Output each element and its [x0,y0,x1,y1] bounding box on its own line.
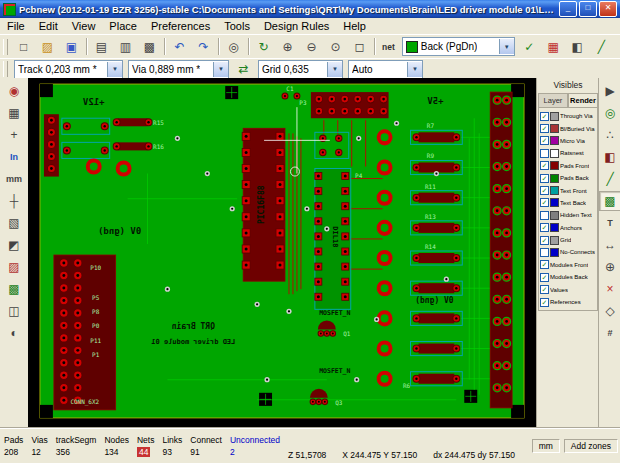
ratsnest-icon[interactable]: ▧ [3,213,25,233]
color-swatch[interactable] [550,211,559,220]
visibility-checkbox[interactable]: ✓ [540,112,549,121]
chevron-down-icon[interactable]: ▼ [213,62,228,77]
zoom-out-icon[interactable]: ⊖ [300,36,323,57]
save-board-icon[interactable]: ▣ [60,36,83,57]
offset-origin-icon[interactable]: ◇ [599,301,620,321]
menu-help[interactable]: Help [336,19,373,33]
read-netlist-icon[interactable]: net [378,37,399,56]
outline-mode-icon[interactable]: ◫ [3,301,25,321]
redo-icon[interactable]: ↷ [192,36,215,57]
zoom-select-icon[interactable]: ◻ [348,36,371,57]
color-swatch[interactable] [550,124,559,133]
cursor-tool-icon[interactable]: ▶ [599,81,620,101]
color-swatch[interactable] [550,223,559,232]
open-board-icon[interactable]: ▨ [36,36,59,57]
add-zone-icon[interactable]: ▩ [599,191,620,211]
maximize-button[interactable]: □ [579,1,597,17]
color-swatch[interactable] [550,186,559,195]
color-swatch[interactable] [550,112,559,121]
color-swatch[interactable] [550,149,559,158]
menu-place[interactable]: Place [102,19,144,33]
pcbnew-window: Pcbnew (2012-01-19 BZR 3256)-stable C:\D… [0,0,620,463]
grid-size-selector[interactable]: Grid 0,635 ▼ [258,60,343,79]
color-swatch[interactable] [550,136,559,145]
color-swatch[interactable] [550,248,559,257]
visibility-checkbox[interactable]: ✓ [540,136,549,145]
add-track-icon[interactable]: ╱ [599,169,620,189]
chevron-down-icon[interactable]: ▼ [499,39,514,54]
menu-view[interactable]: View [65,19,103,33]
auto-track-width-icon[interactable]: ⇄ [232,59,255,80]
undo-icon[interactable]: ↶ [168,36,191,57]
visibility-checkbox[interactable]: ✓ [540,236,549,245]
add-dimension-icon[interactable]: ↔ [599,235,620,255]
close-button[interactable]: ✕ [599,1,617,17]
via-size-selector[interactable]: Via 0,889 mm * ▼ [128,60,229,79]
polar-coords-icon[interactable]: + [3,125,25,145]
units-mm-icon[interactable]: mm [3,169,25,189]
contrast-mode-icon[interactable]: ◐ [3,323,25,343]
visibility-checkbox[interactable]: ✓ [540,174,549,183]
new-board-icon[interactable]: □ [12,36,35,57]
menu-tools[interactable]: Tools [217,19,257,33]
tab-render[interactable]: Render [568,93,598,107]
visibility-checkbox[interactable]: ✓ [540,124,549,133]
visibility-checkbox[interactable]: ✓ [540,223,549,232]
cursor-shape-icon[interactable]: ┼ [3,191,25,211]
visibility-checkbox[interactable]: ✓ [540,285,549,294]
pcb-text-label: 0V (gnd) [415,296,453,305]
visibility-checkbox[interactable]: ✓ [540,260,549,269]
visibility-checkbox[interactable]: ✓ [540,186,549,195]
units-inch-icon[interactable]: In [3,147,25,167]
zones-hide-icon[interactable]: ▩ [3,279,25,299]
module-ratsnest-icon[interactable]: ◩ [3,235,25,255]
highlight-net-icon[interactable]: ◎ [599,103,620,123]
visibility-checkbox[interactable] [540,149,549,158]
grid-origin-icon[interactable]: # [599,323,620,343]
print-icon[interactable]: ▥ [114,36,137,57]
sheet-settings-icon[interactable]: ▤ [90,36,113,57]
drc-off-icon[interactable]: ◉ [3,81,25,101]
local-ratsnest-icon[interactable]: ∴ [599,125,620,145]
tab-layer[interactable]: Layer [538,93,568,107]
color-swatch[interactable] [550,161,559,170]
visibility-checkbox[interactable] [540,248,549,257]
find-icon[interactable]: ◎ [222,36,245,57]
chevron-down-icon[interactable]: ▼ [327,62,342,77]
redraw-icon[interactable]: ↻ [252,36,275,57]
grid-toggle-icon[interactable]: ▦ [3,103,25,123]
menu-file[interactable]: File [0,19,32,33]
visibility-checkbox[interactable] [540,211,549,220]
track-autodel-icon[interactable]: ▨ [3,257,25,277]
add-text-icon[interactable]: T [599,213,620,233]
zoom-selector[interactable]: Auto ▼ [348,60,423,79]
color-swatch[interactable] [550,236,559,245]
menu-design-rules[interactable]: Design Rules [257,19,336,33]
visibility-checkbox[interactable]: ✓ [540,273,549,282]
render-item-label: Through Via [560,113,593,119]
layer-manager-icon[interactable]: ▦ [542,36,565,57]
add-target-icon[interactable]: ⊕ [599,257,620,277]
delete-icon[interactable]: × [599,279,620,299]
track-width-selector[interactable]: Track 0,203 mm * ▼ [14,60,123,79]
track-mode-icon[interactable]: ╱ [590,36,613,57]
footprint-mode-icon[interactable]: ◧ [566,36,589,57]
layer-selector[interactable]: Back (PgDn) ▼ [402,37,515,56]
zoom-in-icon[interactable]: ⊕ [276,36,299,57]
menu-edit[interactable]: Edit [32,19,65,33]
zoom-auto-icon[interactable]: ⊙ [324,36,347,57]
minimize-button[interactable]: _ [559,1,577,17]
chevron-down-icon[interactable]: ▼ [107,62,122,77]
color-swatch[interactable] [550,174,559,183]
chevron-down-icon[interactable]: ▼ [407,62,422,77]
add-module-icon[interactable]: ◧ [599,147,620,167]
menu-preferences[interactable]: Preferences [144,19,217,33]
visibility-checkbox[interactable]: ✓ [540,298,549,307]
window-title: Pcbnew (2012-01-19 BZR 3256)-stable C:\D… [19,4,556,15]
visibility-checkbox[interactable]: ✓ [540,198,549,207]
pcb-canvas[interactable]: +12V+5V0V (gnd)0V (gnd)QRT BrainLED driv… [28,78,536,427]
plot-icon[interactable]: ▩ [138,36,161,57]
color-swatch[interactable] [550,198,559,207]
visibility-checkbox[interactable]: ✓ [540,161,549,170]
drc-check-icon[interactable]: ✓ [518,36,541,57]
